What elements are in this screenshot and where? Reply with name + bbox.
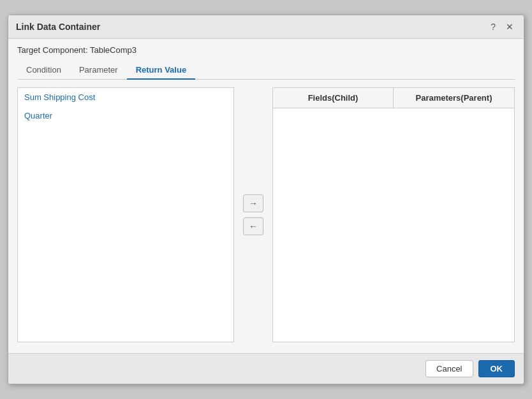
list-item[interactable]: Sum Shipping Cost [18,88,233,106]
backward-arrow-button[interactable]: ← [243,217,263,235]
right-panel: Fields(Child) Parameters(Parent) [272,87,515,342]
col-header-parameters-parent: Parameters(Parent) [394,88,514,108]
list-item[interactable]: Quarter [18,106,233,125]
right-panel-header: Fields(Child) Parameters(Parent) [273,88,514,108]
tab-return-value[interactable]: Return Value [127,61,195,80]
target-label: Target Component: TableComp3 [17,45,515,55]
arrow-panel: → ← [234,87,272,342]
dialog-title: Link Data Container [16,22,100,32]
help-button[interactable]: ? [488,20,498,33]
dialog-footer: Cancel OK [8,353,524,384]
close-button[interactable]: ✕ [503,20,516,33]
tabs-bar: Condition Parameter Return Value [17,61,515,80]
col-header-fields-child: Fields(Child) [273,88,394,108]
forward-arrow-button[interactable]: → [243,194,263,212]
titlebar-actions: ? ✕ [488,20,516,33]
link-data-container-dialog: Link Data Container ? ✕ Target Component… [8,15,524,384]
left-panel: Sum Shipping Cost Quarter [17,87,234,342]
tab-parameter[interactable]: Parameter [70,61,127,80]
content-area: Sum Shipping Cost Quarter → ← Fields(Chi… [17,87,515,347]
cancel-button[interactable]: Cancel [425,360,473,377]
dialog-body: Target Component: TableComp3 Condition P… [8,39,524,353]
right-panel-body [273,108,514,342]
ok-button[interactable]: OK [478,360,515,377]
dialog-titlebar: Link Data Container ? ✕ [8,15,524,39]
tab-condition[interactable]: Condition [17,61,70,80]
